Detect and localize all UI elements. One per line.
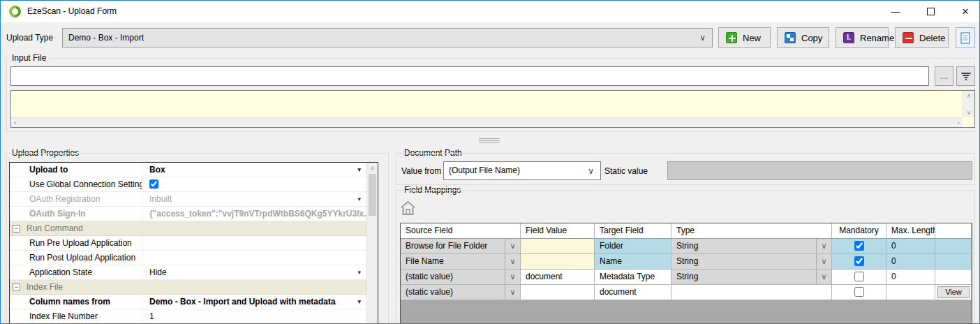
column-header[interactable]: Source Field: [401, 223, 521, 239]
property-row[interactable]: OAuth Registration Inbuilt ▾: [10, 192, 366, 207]
maximize-icon: [927, 8, 935, 15]
copy-button-label: Copy: [801, 33, 822, 43]
mandatory-checkbox[interactable]: [854, 241, 864, 251]
file-notes-panel[interactable]: ∧ ∨ ‹ ›: [10, 90, 975, 128]
delete-button[interactable]: Delete: [895, 27, 949, 48]
notes-button[interactable]: [956, 27, 975, 48]
target-field-cell[interactable]: Name: [595, 254, 671, 270]
view-button[interactable]: View: [937, 286, 970, 298]
column-header[interactable]: Max. Length: [886, 223, 935, 239]
value-from-label: Value from: [401, 166, 441, 176]
close-button[interactable]: ✕: [949, 1, 980, 22]
minimize-button[interactable]: —: [879, 1, 912, 22]
column-header[interactable]: [935, 223, 972, 239]
scroll-up-icon: ∧: [963, 92, 974, 99]
chevron-down-icon: ∨: [505, 270, 520, 284]
action-cell: View: [935, 285, 972, 300]
property-group-row[interactable]: − Run Command: [10, 221, 366, 236]
table-header-row: Source Field Field Value Target Field Ty…: [401, 223, 972, 239]
maximize-button[interactable]: [914, 1, 946, 22]
field-value-cell[interactable]: [521, 285, 595, 300]
ellipsis-icon: …: [940, 71, 949, 81]
max-length-cell[interactable]: 0: [886, 254, 935, 270]
chevron-down-icon: ∨: [816, 254, 831, 269]
type-select[interactable]: String ∨: [671, 270, 832, 285]
property-row[interactable]: Upload to Box ▾: [10, 163, 366, 177]
source-field-select[interactable]: (static value) ∨: [401, 270, 521, 285]
upload-type-label: Upload Type: [6, 33, 53, 43]
column-header[interactable]: Type: [671, 223, 832, 239]
collapse-icon[interactable]: −: [13, 284, 20, 291]
upload-properties-grid: Upload to Box ▾ Use Global Connection Se…: [9, 162, 378, 324]
type-select[interactable]: String ∨: [671, 239, 832, 254]
copy-button[interactable]: Copy: [777, 27, 829, 48]
max-length-cell[interactable]: 0: [886, 239, 935, 254]
minimize-icon: —: [891, 6, 900, 17]
property-row[interactable]: Column names from Demo - Box - Import an…: [10, 295, 366, 309]
scroll-down-icon: ∨: [963, 109, 974, 116]
mandatory-cell: [832, 285, 886, 300]
source-field-select[interactable]: File Name ∨: [401, 254, 521, 270]
action-cell: [935, 239, 972, 254]
target-field-cell[interactable]: document: [595, 285, 671, 300]
mandatory-checkbox[interactable]: [854, 287, 864, 297]
static-value-field: [667, 161, 972, 180]
new-button[interactable]: New: [718, 27, 771, 48]
field-value-cell[interactable]: [521, 239, 595, 254]
chevron-down-icon: ∨: [816, 270, 831, 284]
value-from-select[interactable]: (Output File Name) ∨: [443, 161, 601, 180]
property-row[interactable]: Index File Number 1: [10, 309, 366, 324]
collapse-icon[interactable]: −: [13, 225, 20, 233]
scroll-right-icon: ›: [957, 118, 960, 127]
chevron-down-icon: ∨: [816, 239, 831, 253]
chevron-down-icon: ∨: [505, 239, 520, 253]
source-field-select[interactable]: (static value) ∨: [401, 285, 521, 300]
property-row[interactable]: Run Post Upload Application: [10, 251, 366, 265]
use-global-settings-checkbox[interactable]: [149, 179, 158, 189]
max-length-cell[interactable]: [886, 285, 935, 300]
mandatory-cell: [832, 254, 886, 270]
column-header[interactable]: Target Field: [595, 223, 671, 239]
home-icon[interactable]: [400, 200, 416, 218]
property-row[interactable]: Application State Hide ▾: [10, 265, 366, 280]
target-field-cell[interactable]: Metadata Type: [595, 270, 671, 285]
type-cell[interactable]: [671, 285, 832, 300]
column-header[interactable]: Field Value: [521, 223, 595, 239]
copy-icon: [785, 32, 796, 43]
splitter-handle[interactable]: [479, 138, 500, 145]
dropdown-arrow-icon: ▾: [357, 265, 361, 280]
mandatory-cell: [832, 270, 886, 285]
input-file-field[interactable]: [10, 66, 929, 86]
browse-button[interactable]: …: [935, 66, 953, 86]
target-field-cell[interactable]: Folder: [595, 239, 671, 254]
filter-icon: [961, 73, 970, 80]
scroll-left-icon: ‹: [14, 118, 17, 127]
field-value-cell[interactable]: [521, 254, 595, 270]
mandatory-checkbox[interactable]: [854, 272, 864, 281]
property-row[interactable]: Run Pre Upload Application: [10, 236, 366, 251]
filter-button[interactable]: [956, 66, 975, 86]
notes-horizontal-scrollbar[interactable]: ‹ ›: [11, 117, 963, 127]
scroll-up-icon: ∧: [367, 165, 378, 172]
properties-vertical-scrollbar[interactable]: ∧: [366, 163, 378, 324]
mandatory-checkbox[interactable]: [854, 256, 864, 266]
table-row: (static value) ∨ document Metadata Type …: [401, 270, 972, 285]
table-row: (static value) ∨ document View: [401, 285, 972, 300]
upload-type-select[interactable]: Demo - Box - Import ∨: [62, 28, 713, 47]
field-value-cell[interactable]: document: [521, 270, 595, 285]
notes-vertical-scrollbar[interactable]: ∧ ∨: [963, 91, 974, 117]
source-field-select[interactable]: Browse for File Folder ∨: [401, 239, 521, 254]
type-select[interactable]: String ∨: [671, 254, 832, 270]
ezescan-window: EzeScan - Upload Form — ✕ Upload Type De…: [0, 0, 980, 324]
rename-button-label: Rename: [860, 33, 894, 43]
property-group-row[interactable]: − Index File: [10, 280, 366, 295]
rename-button[interactable]: I. Rename: [836, 27, 889, 48]
column-header[interactable]: Mandatory: [832, 223, 886, 239]
property-row[interactable]: Use Global Connection Settings: [10, 177, 366, 192]
property-row[interactable]: OAuth Sign-In {"access_token":"vvjT9nVTr…: [10, 207, 366, 221]
scrollbar-thumb[interactable]: [369, 174, 376, 216]
max-length-cell[interactable]: 0: [886, 270, 935, 285]
action-cell: [935, 254, 972, 270]
input-file-group-label: Input File: [9, 53, 49, 63]
static-value-label: Static value: [604, 166, 648, 176]
